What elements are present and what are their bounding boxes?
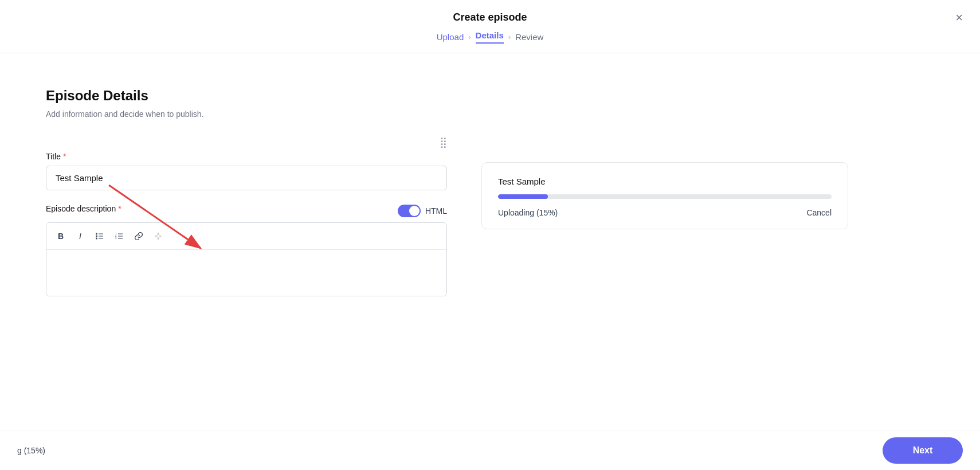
description-required-star: *	[118, 204, 121, 213]
upload-status-text: Uploading (15%)	[498, 208, 558, 217]
svg-point-0	[96, 233, 97, 235]
modal-title: Create episode	[453, 11, 527, 23]
link-button[interactable]	[130, 228, 147, 245]
chevron-icon-2: ›	[508, 33, 511, 41]
breadcrumb-step-review[interactable]: Review	[515, 32, 543, 42]
svg-rect-1	[99, 234, 103, 234]
html-toggle-row: HTML	[398, 205, 447, 217]
unordered-list-button[interactable]	[91, 228, 108, 245]
italic-button[interactable]: I	[72, 228, 89, 245]
main-content: Episode Details Add information and deci…	[0, 53, 980, 296]
title-input[interactable]	[46, 166, 447, 190]
chevron-icon-1: ›	[468, 33, 471, 41]
editor-container: B I 1. 2.	[46, 222, 447, 296]
upload-card: Test Sample Uploading (15%) Cancel	[481, 162, 848, 229]
svg-point-4	[96, 238, 97, 240]
editor-toolbar: B I 1. 2.	[46, 223, 446, 250]
breadcrumb-step-details[interactable]: Details	[476, 30, 504, 44]
svg-rect-5	[99, 238, 103, 239]
right-column: Test Sample Uploading (15%) Cancel	[481, 88, 848, 296]
drag-handle-area: ⣿	[46, 136, 447, 148]
breadcrumb: Upload › Details › Review	[437, 30, 544, 44]
cancel-upload-button[interactable]: Cancel	[806, 208, 832, 217]
ordered-list-button[interactable]: 1. 2. 3.	[111, 228, 128, 245]
svg-point-2	[96, 236, 97, 237]
description-label-row: Episode description * HTML	[46, 204, 447, 218]
title-label: Title *	[46, 152, 447, 161]
svg-rect-9	[118, 236, 123, 237]
editor-body[interactable]	[46, 250, 446, 296]
drag-handle-icon[interactable]: ⣿	[440, 136, 447, 148]
next-button[interactable]: Next	[883, 437, 963, 464]
breadcrumb-step-upload[interactable]: Upload	[437, 32, 464, 42]
left-column: Episode Details Add information and deci…	[46, 88, 447, 296]
progress-bar-container	[498, 194, 832, 199]
svg-rect-3	[99, 236, 103, 237]
bottom-bar: g (15%) Next	[0, 430, 980, 470]
magic-button[interactable]	[150, 228, 167, 245]
title-required-star: *	[63, 152, 66, 161]
upload-status-row: Uploading (15%) Cancel	[498, 208, 832, 217]
svg-rect-7	[118, 234, 123, 234]
section-subtitle: Add information and decide when to publi…	[46, 109, 447, 119]
html-toggle-label: HTML	[425, 206, 447, 216]
description-label: Episode description *	[46, 204, 121, 213]
bottom-status-text: g (15%)	[17, 446, 45, 455]
progress-bar-fill	[498, 194, 548, 199]
section-title: Episode Details	[46, 88, 447, 104]
close-button[interactable]: ×	[955, 11, 963, 24]
svg-rect-11	[118, 238, 123, 239]
svg-text:3.: 3.	[115, 237, 117, 240]
modal-header: Create episode Upload › Details › Review…	[0, 0, 980, 53]
html-toggle[interactable]	[398, 205, 421, 217]
bold-button[interactable]: B	[52, 228, 69, 245]
upload-filename: Test Sample	[498, 177, 832, 186]
